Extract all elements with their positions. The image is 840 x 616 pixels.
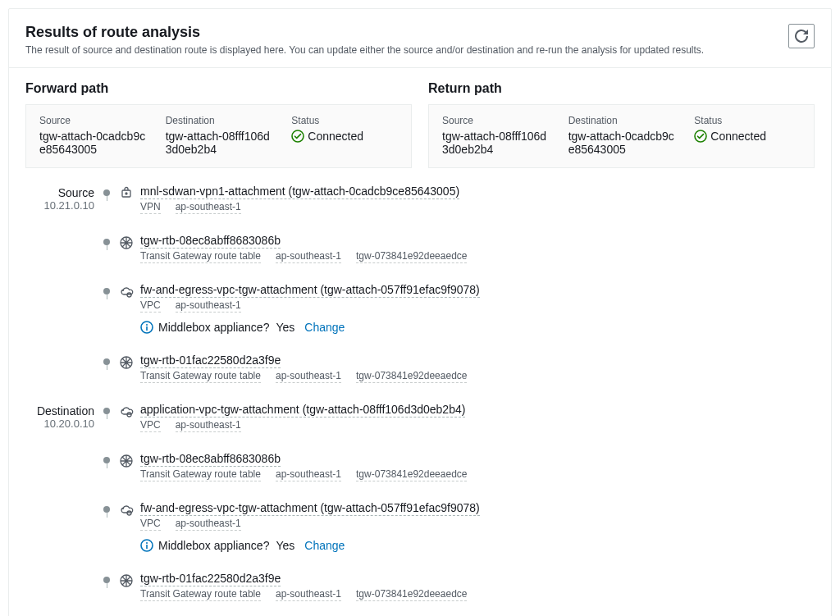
route-table-icon: [119, 355, 134, 370]
timeline-marker-col: [101, 403, 112, 414]
hop-region: ap-southeast-1: [176, 419, 241, 432]
path-summaries: Forward path Source tgw-attach-0cadcb9ce…: [9, 68, 831, 185]
route-analysis-card: Results of route analysis The result of …: [8, 8, 832, 616]
hop-body: tgw-rtb-01fac22580d2a3f9eTransit Gateway…: [140, 572, 815, 616]
timeline-marker-col: [101, 572, 112, 583]
refresh-button[interactable]: [788, 24, 815, 48]
hop-title[interactable]: mnl-sdwan-vpn1-attachment (tgw-attach-0c…: [140, 185, 459, 199]
vpc-icon: [119, 285, 134, 299]
info-icon: [140, 321, 153, 334]
hop-endpoint-label: [25, 354, 101, 355]
hop-type: Transit Gateway route table: [140, 370, 261, 383]
timeline-marker-col: [101, 185, 112, 196]
hop-icon-col: [112, 501, 140, 518]
timeline-dot-icon: [103, 189, 110, 196]
return-destination-value: tgw-attach-0cadcb9ce85643005: [568, 130, 675, 156]
hop-body: tgw-rtb-08ec8abff8683086bTransit Gateway…: [140, 452, 815, 501]
middlebox-change-link[interactable]: Change: [304, 539, 345, 552]
hop-meta: VPCap-southeast-1: [140, 419, 815, 432]
hop-endpoint-label: [25, 234, 101, 235]
return-path-heading: Return path: [428, 81, 815, 96]
hop-endpoint-label: [25, 452, 101, 454]
hop-meta: Transit Gateway route tableap-southeast-…: [140, 468, 815, 481]
endpoint-ip: 10.20.0.10: [25, 418, 94, 430]
hop-title[interactable]: fw-and-egress-vpc-tgw-attachment (tgw-at…: [140, 283, 480, 298]
return-summary: Source tgw-attach-08fff106d3d0eb2b4 Dest…: [428, 104, 815, 168]
middlebox-question: Middlebox appliance?: [158, 321, 269, 334]
forward-path-heading: Forward path: [25, 81, 412, 96]
hop-tgw: tgw-073841e92deeaedce: [356, 250, 467, 263]
route-table-icon: [119, 454, 134, 468]
return-source-value: tgw-attach-08fff106d3d0eb2b4: [442, 130, 549, 156]
hop-row: Destination10.20.0.10application-vpc-tgw…: [25, 403, 815, 452]
timeline-dot-icon: [103, 408, 110, 414]
timeline-line: [107, 365, 107, 370]
hop-title[interactable]: tgw-rtb-08ec8abff8683086b: [140, 452, 281, 467]
endpoint-role: Destination: [25, 404, 94, 418]
hop-tgw: tgw-073841e92deeaedce: [356, 588, 467, 601]
hop-title[interactable]: tgw-rtb-08ec8abff8683086b: [140, 234, 281, 249]
timeline-line: [107, 245, 107, 250]
hop-type: Transit Gateway route table: [140, 468, 261, 481]
forward-status-value: Connected: [291, 130, 363, 143]
hop-region: ap-southeast-1: [276, 250, 341, 263]
route-table-icon: [119, 235, 134, 250]
info-icon: [140, 539, 153, 552]
timeline-line: [107, 463, 107, 468]
check-circle-icon: [694, 130, 707, 143]
timeline-line: [107, 583, 107, 588]
hop-title[interactable]: tgw-rtb-01fac22580d2a3f9e: [140, 354, 281, 368]
hop-row: tgw-rtb-01fac22580d2a3f9eTransit Gateway…: [25, 354, 815, 403]
hop-meta: VPNap-southeast-1: [140, 201, 815, 214]
timeline-dot-icon: [103, 239, 110, 245]
hop-icon-col: [112, 185, 140, 201]
forward-path-column: Forward path Source tgw-attach-0cadcb9ce…: [25, 81, 412, 168]
hop-body: mnl-sdwan-vpn1-attachment (tgw-attach-0c…: [140, 185, 815, 234]
hop-row: tgw-rtb-01fac22580d2a3f9eTransit Gateway…: [25, 572, 815, 616]
hop-row: fw-and-egress-vpc-tgw-attachment (tgw-at…: [25, 283, 815, 354]
page-title: Results of route analysis: [25, 24, 704, 41]
hop-endpoint-label: [25, 283, 101, 285]
hop-icon-col: [112, 283, 140, 299]
timeline-dot-icon: [103, 358, 110, 365]
summary-label-source: Source: [442, 115, 549, 126]
hop-endpoint-label: [25, 572, 101, 573]
timeline-marker-col: [101, 283, 112, 294]
hop-title[interactable]: fw-and-egress-vpc-tgw-attachment (tgw-at…: [140, 501, 480, 516]
summary-label-destination: Destination: [568, 115, 675, 126]
hop-region: ap-southeast-1: [176, 201, 241, 214]
hop-icon-col: [112, 572, 140, 588]
middlebox-change-link[interactable]: Change: [304, 321, 345, 334]
forward-source-value: tgw-attach-0cadcb9ce85643005: [39, 130, 146, 156]
hop-meta: Transit Gateway route tableap-southeast-…: [140, 588, 815, 601]
hop-title[interactable]: application-vpc-tgw-attachment (tgw-atta…: [140, 403, 465, 418]
refresh-icon: [795, 30, 808, 43]
hop-meta: Transit Gateway route tableap-southeast-…: [140, 370, 815, 383]
hop-tgw: tgw-073841e92deeaedce: [356, 370, 467, 383]
vpc-icon: [119, 503, 134, 518]
hop-body: fw-and-egress-vpc-tgw-attachment (tgw-at…: [140, 283, 815, 354]
hop-region: ap-southeast-1: [276, 370, 341, 383]
check-circle-icon: [291, 130, 304, 143]
summary-label-source: Source: [39, 115, 146, 126]
card-header: Results of route analysis The result of …: [9, 9, 831, 68]
hop-row: fw-and-egress-vpc-tgw-attachment (tgw-at…: [25, 501, 815, 572]
vpn-icon: [119, 186, 134, 201]
summary-label-status: Status: [694, 115, 801, 126]
timeline-line: [107, 414, 107, 419]
timeline-line: [107, 513, 107, 518]
hop-region: ap-southeast-1: [276, 588, 341, 601]
timeline-marker-col: [101, 452, 112, 463]
forward-destination-value: tgw-attach-08fff106d3d0eb2b4: [166, 130, 272, 156]
summary-label-status: Status: [291, 115, 398, 126]
hop-endpoint-label: Destination10.20.0.10: [25, 403, 101, 430]
hop-title[interactable]: tgw-rtb-01fac22580d2a3f9e: [140, 572, 281, 586]
return-status-value: Connected: [694, 130, 766, 143]
hop-meta: Transit Gateway route tableap-southeast-…: [140, 250, 815, 263]
timeline-marker-col: [101, 354, 112, 365]
hop-endpoint-label: Source10.21.0.10: [25, 185, 101, 212]
hop-body: fw-and-egress-vpc-tgw-attachment (tgw-at…: [140, 501, 815, 572]
hop-type: VPC: [140, 419, 161, 432]
hop-row: tgw-rtb-08ec8abff8683086bTransit Gateway…: [25, 234, 815, 283]
page-subtitle: The result of source and destination rou…: [25, 44, 704, 56]
